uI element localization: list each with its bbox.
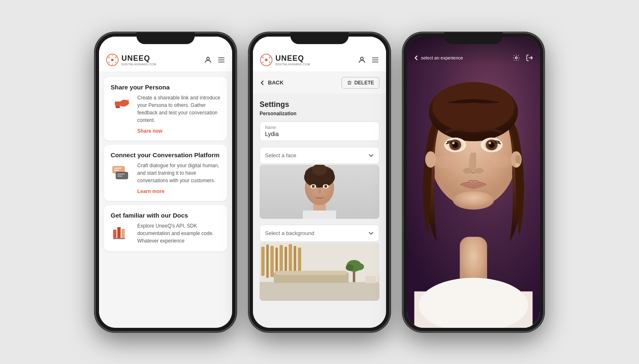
logo-sub: DIGITALHUMANS.COM: [121, 63, 156, 66]
svg-rect-61: [276, 271, 347, 275]
card2-title: Connect your Conversation Platform: [111, 151, 220, 158]
svg-rect-52: [266, 245, 269, 278]
gear-icon[interactable]: [513, 54, 520, 62]
phone1-header: UNEEQ DIGITALHUMANS.COM: [99, 37, 232, 72]
avatar-preview: [260, 165, 379, 219]
bg-scene: [260, 243, 379, 301]
scene: UNEEQ DIGITALHUMANS.COM: [78, 16, 561, 349]
select-face-row[interactable]: Select a face: [260, 147, 379, 164]
svg-point-98: [515, 57, 518, 59]
svg-point-29: [262, 57, 264, 58]
svg-rect-67: [378, 276, 379, 283]
svg-rect-23: [113, 230, 116, 239]
svg-point-80: [425, 151, 436, 167]
personalization-section: Personalization: [260, 111, 379, 116]
menu-icon[interactable]: [217, 56, 225, 64]
svg-point-2: [108, 57, 110, 58]
share-now-link[interactable]: Share now: [137, 128, 220, 134]
svg-point-87: [452, 142, 454, 144]
svg-point-94: [475, 168, 484, 173]
phone3-back-nav[interactable]: select an experience: [414, 55, 463, 61]
svg-point-1: [111, 59, 114, 61]
phone3-back-label: select an experience: [421, 55, 463, 60]
chat-bubbles-icon: [111, 162, 132, 183]
exit-icon[interactable]: [526, 54, 533, 62]
svg-point-6: [112, 54, 113, 56]
delete-label: DELETE: [354, 80, 374, 86]
phone2-logo: UNEEQ DIGITALHUMANS.COM: [260, 53, 310, 67]
svg-point-92: [489, 142, 491, 144]
delete-button[interactable]: DELETE: [342, 77, 379, 89]
phone2-menu-icon[interactable]: [371, 56, 379, 64]
avatar-svg: [295, 165, 344, 219]
phone1-body: Share your Persona: [99, 72, 232, 328]
svg-point-46: [324, 185, 327, 188]
svg-point-64: [346, 264, 354, 271]
svg-point-47: [312, 186, 313, 186]
phone2-body: Settings Personalization Name Lydia Sele…: [253, 94, 386, 327]
digital-human-svg: [407, 37, 540, 328]
svg-point-45: [312, 185, 315, 188]
svg-rect-51: [261, 247, 265, 276]
svg-rect-20: [114, 170, 119, 171]
svg-point-48: [325, 186, 326, 186]
face-preview: [260, 165, 379, 219]
card3-text: Explore UneeQ's API, SDK documentation a…: [137, 222, 220, 245]
svg-rect-25: [121, 229, 125, 239]
svg-point-33: [361, 57, 364, 60]
phone2-header: UNEEQ DIGITALHUMANS.COM: [253, 37, 386, 72]
card-conversation: Connect your Conversation Platform: [104, 145, 227, 201]
svg-point-16: [128, 102, 130, 104]
svg-point-4: [108, 62, 110, 63]
name-input-group[interactable]: Name Lydia: [260, 121, 379, 141]
megaphone-icon: [111, 94, 131, 114]
user-icon[interactable]: [204, 56, 212, 64]
card2-text: Craft dialogue for your digital human, a…: [137, 162, 220, 184]
svg-rect-59: [298, 248, 301, 275]
phone-2: UNEEQ DIGITALHUMANS.COM: [249, 32, 390, 332]
logo-text: UNEEQ: [121, 54, 156, 63]
phone3-header: select an experience: [407, 37, 540, 66]
svg-point-78: [515, 155, 521, 164]
phone3-screen: select an experience: [407, 37, 540, 328]
phone-1: UNEEQ DIGITALHUMANS.COM: [95, 32, 236, 332]
svg-point-8: [207, 57, 210, 60]
card2-body: Craft dialogue for your digital human, a…: [111, 162, 220, 194]
phone2-logo-sub: DIGITALHUMANS.COM: [275, 63, 310, 66]
svg-rect-38: [303, 210, 336, 219]
phone3-back-icon: [414, 55, 419, 61]
svg-rect-26: [113, 238, 125, 239]
name-value: Lydia: [265, 131, 374, 137]
phone3-actions: [513, 54, 533, 62]
header-icons: [204, 56, 225, 64]
svg-rect-21: [117, 173, 125, 175]
card1-title: Share your Persona: [111, 84, 220, 91]
phone2-logo-icon: [260, 53, 273, 67]
svg-point-31: [262, 62, 264, 63]
logo: UNEEQ DIGITALHUMANS.COM: [106, 53, 156, 67]
select-bg-row[interactable]: Select a background: [260, 225, 379, 242]
svg-rect-49: [260, 280, 379, 301]
svg-point-79: [515, 163, 519, 167]
megaphone-icon-wrap: [111, 94, 132, 116]
back-label: BACK: [268, 79, 284, 86]
svg-rect-53: [270, 246, 274, 277]
back-button[interactable]: BACK: [260, 79, 284, 86]
svg-point-5: [115, 62, 116, 63]
svg-point-28: [265, 59, 267, 61]
books-icon: [111, 222, 131, 242]
card1-body: Create a shareable link and introduce yo…: [111, 94, 220, 134]
settings-title: Settings: [260, 100, 379, 109]
svg-point-32: [269, 62, 270, 63]
learn-more-link[interactable]: Learn more: [137, 188, 220, 194]
card1-text: Create a shareable link and introduce yo…: [137, 94, 220, 124]
svg-point-95: [434, 155, 454, 168]
chevron-down-bg-icon: [368, 230, 374, 236]
phone2-user-icon[interactable]: [358, 56, 366, 64]
phone2-logo-text: UNEEQ: [275, 54, 310, 63]
bg-preview: [260, 243, 379, 301]
svg-rect-66: [365, 276, 376, 283]
svg-point-97: [453, 191, 494, 209]
phone2-nav: BACK DELETE: [253, 72, 386, 94]
svg-point-65: [354, 263, 364, 270]
